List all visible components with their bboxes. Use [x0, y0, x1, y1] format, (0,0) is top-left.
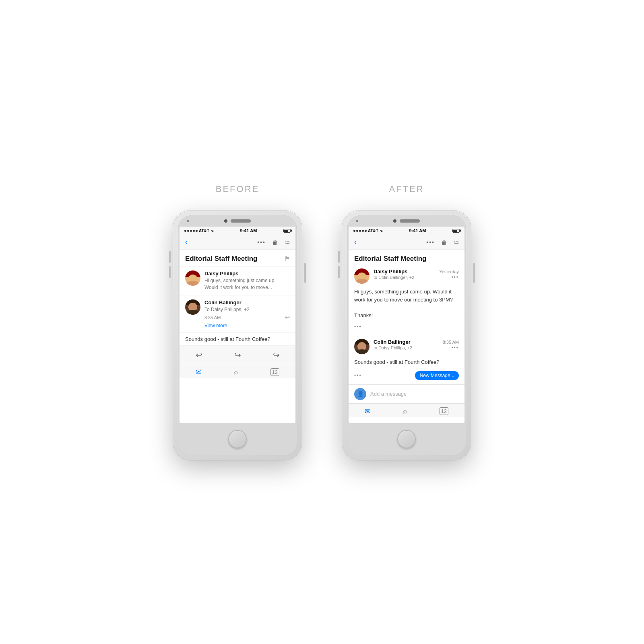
subject-title: Editorial Staff Meeting	[185, 255, 257, 263]
before-label: BEFORE	[216, 184, 259, 194]
new-message-button[interactable]: New Message ↓	[415, 371, 459, 380]
after-volume-down[interactable]	[338, 266, 340, 278]
after-back-button[interactable]: ‹	[354, 238, 357, 246]
after-nav-actions: ••• 🗑 🗂	[426, 239, 459, 246]
compose-input[interactable]: Add a message	[370, 391, 459, 397]
colin-avatar	[185, 299, 200, 315]
after-time: 9:41 AM	[409, 228, 426, 233]
flag-icon[interactable]: ⚑	[284, 255, 290, 262]
expanded-meta-colin: Colin Ballinger 8:35 AM to Daisy Phillip…	[374, 339, 459, 351]
status-bar: AT&T ∿ 9:41 AM	[180, 227, 295, 235]
colin-time: 8:35 AM	[443, 340, 459, 345]
after-tab-bar: ✉ ⌕ 12	[349, 403, 464, 417]
after-trash-button[interactable]: 🗑	[441, 239, 447, 246]
camera	[224, 219, 227, 223]
compose-row[interactable]: 👤 Add a message	[349, 384, 464, 403]
reply-all-button[interactable]: ↪	[234, 350, 241, 360]
after-power-button[interactable]	[473, 263, 475, 283]
signal-dot-1	[184, 230, 186, 232]
colin-to: to Daisy Phillips, +2	[374, 345, 412, 350]
front-dot	[187, 220, 189, 222]
signal-dot-3	[190, 230, 192, 232]
after-subject-title: Editorial Staff Meeting	[354, 255, 426, 263]
colin-action-dots[interactable]: •••	[354, 373, 362, 378]
time: 9:41 AM	[240, 228, 257, 233]
after-front-dot	[356, 220, 358, 222]
colin-sender-row: Colin Ballinger 8:35 AM	[374, 339, 459, 345]
message-body-daisy: Daisy Phillips Hi guys, something just c…	[204, 270, 290, 291]
forward-button[interactable]: ↪	[273, 350, 280, 360]
after-subject-row: Editorial Staff Meeting	[349, 250, 464, 264]
trash-button[interactable]: 🗑	[272, 239, 278, 246]
daisy-more[interactable]: •••	[451, 275, 459, 280]
after-home-button[interactable]	[397, 430, 416, 448]
signal-dot-4	[193, 230, 195, 232]
bottom-toolbar: ↩ ↪ ↪	[180, 346, 295, 364]
back-button[interactable]: ‹	[185, 238, 188, 246]
signal-dot-5	[196, 230, 198, 232]
daisy-body	[187, 281, 199, 286]
before-phone-inner: AT&T ∿ 9:41 AM ‹	[178, 215, 297, 455]
wifi-icon: ∿	[211, 229, 214, 233]
collapsed-text: Sounds good - still at Fourth Coffee?	[180, 333, 295, 346]
compose-avatar: 👤	[354, 388, 366, 400]
more-button[interactable]: •••	[257, 239, 266, 246]
after-status-bar: AT&T ∿ 9:41 AM	[349, 227, 464, 235]
archive-button[interactable]: 🗂	[284, 239, 290, 246]
after-calendar-icon: 12	[440, 407, 448, 415]
after-signal-dots	[353, 230, 367, 232]
daisy-thanks: Thanks!	[354, 312, 459, 320]
after-volume-up[interactable]	[338, 251, 340, 263]
message-body-colin: Colin Ballinger To Daisy Philipps, +2 8:…	[204, 299, 290, 329]
message-item-colin[interactable]: Colin Ballinger To Daisy Philipps, +2 8:…	[180, 295, 295, 333]
nav-actions: ••• 🗑 🗂	[257, 239, 290, 246]
signal-dot-2	[187, 230, 189, 232]
reply-button[interactable]: ↩	[196, 350, 202, 360]
tab-mail[interactable]: ✉	[196, 367, 202, 376]
volume-down-button[interactable]	[169, 266, 171, 278]
phone-top-bar	[178, 215, 297, 227]
daisy-body-line2: work for you to move our meeting to 3PM?	[354, 296, 459, 304]
status-left: AT&T ∿	[184, 229, 214, 233]
home-button[interactable]	[228, 430, 247, 448]
after-more-button[interactable]: •••	[426, 239, 435, 246]
phones-row: BEFORE	[173, 184, 471, 460]
colin-time: 8:35 AM	[204, 315, 221, 320]
search-icon: ⌕	[234, 368, 238, 376]
phone-bottom-bar	[178, 423, 297, 455]
daisy-action-dots[interactable]: •••	[354, 324, 362, 330]
expanded-header-colin: Colin Ballinger 8:35 AM to Daisy Phillip…	[349, 335, 464, 357]
power-button[interactable]	[304, 263, 306, 283]
colin-meta: 8:35 AM ↩	[204, 314, 290, 321]
tab-search[interactable]: ⌕	[234, 368, 238, 376]
after-daisy-avatar	[354, 268, 369, 284]
volume-up-button[interactable]	[169, 251, 171, 263]
after-speaker	[400, 219, 420, 223]
after-daisy-sender: Daisy Phillips	[374, 268, 408, 275]
after-tab-search[interactable]: ⌕	[403, 407, 407, 415]
tab-calendar[interactable]: 12	[270, 368, 279, 376]
colin-sender: Colin Ballinger	[204, 299, 290, 305]
page-wrapper: BEFORE	[0, 160, 644, 484]
colin-more[interactable]: •••	[451, 345, 459, 351]
daisy-preview: Hi guys, something just came up. Would i…	[204, 277, 290, 291]
after-mail-icon: ✉	[365, 407, 371, 416]
after-archive-button[interactable]: 🗂	[453, 239, 459, 246]
battery-fill	[284, 230, 289, 232]
message-item-daisy[interactable]: Daisy Phillips Hi guys, something just c…	[180, 266, 295, 295]
after-screen: AT&T ∿ 9:41 AM ‹	[349, 227, 464, 423]
after-tab-calendar[interactable]: 12	[440, 407, 448, 415]
after-phone-bottom-bar	[347, 423, 466, 455]
daisy-actions: •••	[349, 322, 464, 334]
compose-avatar-icon: 👤	[357, 391, 364, 397]
view-more-link[interactable]: View more	[204, 323, 290, 328]
carrier: AT&T	[199, 229, 209, 233]
after-tab-mail[interactable]: ✉	[365, 407, 371, 416]
before-column: BEFORE	[173, 184, 302, 460]
expanded-message-daisy[interactable]: Daisy Phillips Yesterday to Colin Ballin…	[349, 264, 464, 334]
expanded-message-colin[interactable]: Colin Ballinger 8:35 AM to Daisy Phillip…	[349, 335, 464, 384]
nav-bar: ‹ ••• 🗑 🗂	[180, 235, 295, 250]
tab-bar: ✉ ⌕ 12	[180, 364, 295, 378]
after-left-side-buttons	[338, 251, 340, 278]
after-nav-bar: ‹ ••• 🗑 🗂	[349, 235, 464, 250]
